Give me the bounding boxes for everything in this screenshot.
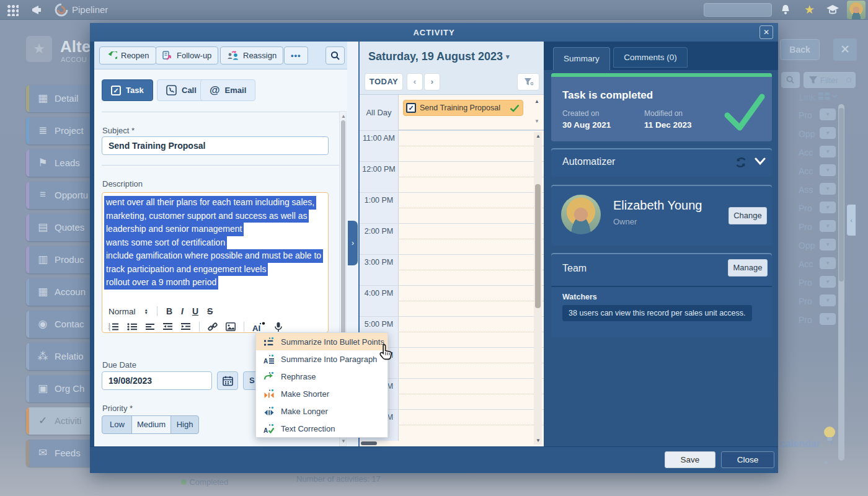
calendar-filter-button[interactable]: [517, 73, 539, 91]
sidebar-item-project[interactable]: ≣Project: [26, 117, 95, 144]
link-button[interactable]: [208, 322, 218, 332]
ai-menu-item-summarize-into-paragraph[interactable]: ASummarize Into Paragraph: [256, 350, 388, 368]
bell-icon[interactable]: [780, 4, 791, 16]
refresh-icon[interactable]: [735, 156, 747, 169]
chevron-down-icon[interactable]: ▾: [820, 164, 836, 176]
sidebar-item-accoun[interactable]: ▦Accoun: [26, 278, 95, 306]
global-search-input[interactable]: [704, 3, 772, 17]
paragraph-style-dropdown[interactable]: Normal ▲▼: [108, 307, 148, 316]
chevron-down-icon[interactable]: ▾: [820, 127, 836, 139]
sidebar-item-org-ch[interactable]: ▣Org Ch: [26, 375, 95, 402]
sidebar-item-leads[interactable]: ⚑Leads: [26, 149, 95, 177]
calendar-scrollbar[interactable]: ▲ ▼: [534, 132, 542, 445]
bg-filter-button[interactable]: Filter: [804, 72, 856, 88]
sidebar-item-feeds[interactable]: ✉Feeds: [26, 440, 95, 467]
align-button[interactable]: [146, 322, 155, 331]
chevron-right-icon[interactable]: ▸: [825, 458, 828, 466]
type-task-button[interactable]: ✓ Task: [102, 79, 153, 101]
type-call-button[interactable]: Call: [157, 79, 206, 101]
modal-close-icon[interactable]: ✕: [760, 25, 773, 39]
automatizer-card[interactable]: Automatizer: [551, 148, 772, 177]
bg-search-button[interactable]: [781, 72, 800, 88]
apps-grid-icon[interactable]: [6, 4, 19, 16]
chevron-down-icon[interactable]: ▾: [820, 146, 836, 157]
hour-row[interactable]: 12:00 PM: [360, 161, 544, 192]
sidebar-item-quotes[interactable]: ▤Quotes: [26, 214, 95, 241]
favorites-star-icon[interactable]: ★: [804, 2, 815, 17]
chevron-down-icon[interactable]: ▾: [820, 108, 836, 120]
chevron-down-icon[interactable]: ▾: [820, 220, 836, 232]
tab-comments[interactable]: Comments (0): [613, 47, 688, 68]
underline-button[interactable]: U: [192, 306, 198, 316]
strikethrough-button[interactable]: S: [207, 306, 213, 316]
manage-team-button[interactable]: Manage: [728, 259, 768, 277]
event-checkbox-icon[interactable]: ✓: [406, 103, 416, 113]
caret-down-icon[interactable]: ▾: [830, 439, 833, 446]
scroll-up-icon[interactable]: ▲: [534, 99, 539, 104]
chevron-down-icon[interactable]: ▾: [820, 257, 836, 269]
ai-menu-item-make-shorter[interactable]: Make Shorter: [256, 385, 388, 402]
chevron-down-icon[interactable]: ▾: [820, 202, 836, 213]
close-button[interactable]: Close: [721, 451, 774, 468]
sidebar-item-produc[interactable]: ▥Produc: [26, 246, 95, 273]
scroll-up-icon[interactable]: ▲: [536, 133, 541, 139]
priority-medium-button[interactable]: Medium: [131, 415, 171, 434]
change-owner-button[interactable]: Change: [728, 207, 767, 224]
reassign-button[interactable]: Reassign: [220, 46, 283, 64]
image-button[interactable]: [226, 322, 236, 331]
megaphone-icon[interactable]: [31, 4, 43, 16]
hour-row[interactable]: 4:00 PM: [360, 285, 544, 316]
hour-row[interactable]: 11:00 AM: [360, 130, 544, 161]
reopen-button[interactable]: Reopen: [99, 46, 156, 64]
next-day-button[interactable]: ›: [424, 73, 440, 91]
ai-menu-item-summarize-into-bullet-points[interactable]: Summarize Into Bullet Points: [256, 333, 388, 350]
italic-button[interactable]: I: [181, 306, 184, 316]
scroll-down-icon[interactable]: ▼: [341, 438, 346, 444]
user-avatar[interactable]: [847, 1, 866, 19]
sidebar-item-opportu[interactable]: ≡Opportu: [26, 182, 95, 209]
chevron-down-icon[interactable]: ▾: [820, 294, 836, 306]
follow-up-button[interactable]: Follow-up: [156, 46, 218, 64]
tab-summary[interactable]: Summary: [553, 47, 610, 70]
more-actions-button[interactable]: •••: [284, 46, 308, 64]
hour-row[interactable]: 1:00 PM: [360, 192, 544, 223]
scroll-down-icon[interactable]: ▼: [536, 438, 541, 443]
chevron-down-icon[interactable]: ▾: [820, 313, 836, 325]
open-in-calendar-link[interactable]: calendar: [779, 438, 820, 450]
chevron-down-icon[interactable]: ▾: [820, 183, 836, 195]
ai-menu-item-text-correction[interactable]: AText Correction: [256, 420, 388, 437]
type-email-button[interactable]: @ Email: [200, 79, 255, 101]
ai-menu-item-rephrase[interactable]: Rephrase: [256, 368, 388, 385]
date-picker-button[interactable]: [217, 371, 238, 390]
today-button[interactable]: TODAY: [365, 73, 403, 91]
indent-button[interactable]: [181, 322, 191, 331]
ai-assistant-button[interactable]: AI: [252, 322, 266, 332]
bullet-list-button[interactable]: [127, 322, 138, 331]
due-date-input[interactable]: 19/08/2023: [102, 371, 212, 390]
chevron-down-icon[interactable]: ▾: [820, 276, 836, 288]
hour-row[interactable]: 2:00 PM: [360, 223, 544, 254]
ai-menu-item-make-longer[interactable]: Make Longer: [256, 402, 388, 420]
outdent-button[interactable]: [163, 322, 173, 331]
prev-day-button[interactable]: ‹: [407, 73, 423, 91]
bg-scrollbar-thumb[interactable]: [839, 108, 844, 281]
sidebar-item-contac[interactable]: ◉Contac: [26, 311, 95, 338]
chevron-down-icon[interactable]: ▾: [820, 239, 836, 250]
priority-low-button[interactable]: Low: [102, 415, 133, 434]
sidebar-item-detail[interactable]: ▦Detail: [26, 85, 95, 112]
sidebar-item-relatio[interactable]: ⁂Relatio: [26, 343, 95, 370]
back-button[interactable]: Back: [780, 39, 820, 60]
form-search-button[interactable]: [326, 46, 345, 64]
calendar-scrollbar-thumb[interactable]: [535, 184, 541, 308]
ordered-list-button[interactable]: 123: [108, 322, 119, 331]
bg-scrollbar[interactable]: [838, 104, 844, 461]
favorite-star-box[interactable]: ★: [26, 36, 52, 62]
calendar-event[interactable]: ✓ Send Training Proposal: [403, 100, 523, 116]
description-editor[interactable]: went over all their plans for each team …: [102, 192, 329, 333]
bg-collapse-handle[interactable]: ‹: [847, 205, 856, 236]
bold-button[interactable]: B: [166, 306, 172, 316]
save-button[interactable]: Save: [665, 451, 715, 468]
close-page-icon[interactable]: ✕: [833, 38, 857, 61]
priority-high-button[interactable]: High: [170, 415, 199, 434]
graduation-cap-icon[interactable]: [826, 4, 839, 16]
